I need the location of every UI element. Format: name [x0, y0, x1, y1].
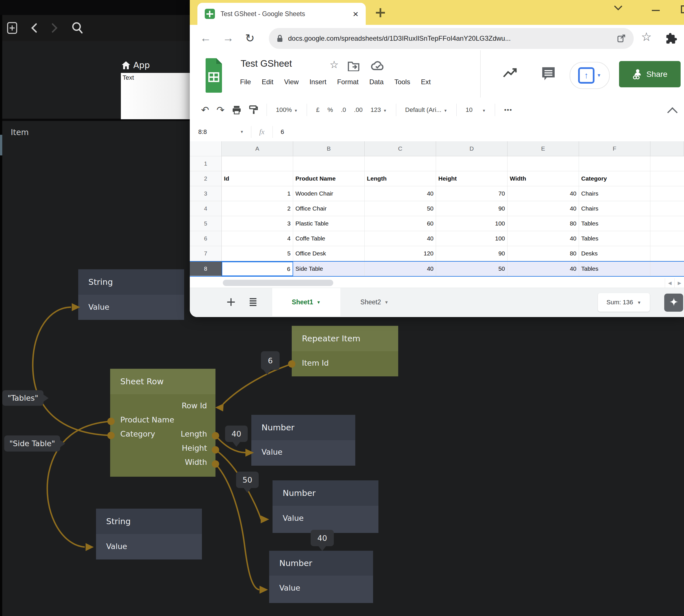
- app-root-item[interactable]: App: [121, 60, 150, 70]
- cell[interactable]: Chairs: [579, 186, 651, 201]
- comment-icon[interactable]: [541, 66, 556, 81]
- node-number-3[interactable]: Number Value: [269, 551, 373, 603]
- cell[interactable]: 40: [365, 231, 436, 246]
- share-page-icon[interactable]: [617, 34, 626, 43]
- row-header[interactable]: 8: [190, 262, 222, 276]
- cell[interactable]: Tables: [579, 231, 651, 246]
- port-label-value[interactable]: Value: [279, 584, 300, 592]
- trending-chart-icon[interactable]: [503, 67, 517, 79]
- node-number-1[interactable]: Number Value: [251, 415, 355, 466]
- increase-decimals-button[interactable]: .00: [354, 106, 363, 114]
- port-label-row-id[interactable]: Row Id: [182, 401, 207, 410]
- menu-edit[interactable]: Edit: [262, 78, 273, 86]
- cell[interactable]: 100: [436, 216, 507, 231]
- menu-format[interactable]: Format: [337, 78, 359, 86]
- explore-button[interactable]: [664, 293, 683, 312]
- cell[interactable]: Height: [436, 171, 507, 186]
- cell[interactable]: 3: [222, 216, 293, 231]
- cell[interactable]: 50: [365, 201, 436, 216]
- menu-extensions[interactable]: Ext: [421, 78, 431, 86]
- menu-tools[interactable]: Tools: [394, 78, 410, 86]
- sheet1-menu-icon[interactable]: ▼: [317, 300, 321, 305]
- present-button[interactable]: ↑ ▼: [570, 62, 610, 89]
- cell[interactable]: 70: [436, 186, 507, 201]
- tab-sheet1[interactable]: Sheet1▼: [272, 288, 340, 316]
- port-label-product-name[interactable]: Product Name: [120, 415, 174, 424]
- cell[interactable]: Chairs: [579, 201, 651, 216]
- cell[interactable]: 60: [365, 216, 436, 231]
- cell[interactable]: Tables: [579, 262, 651, 276]
- cell[interactable]: [365, 156, 436, 171]
- port-label-length[interactable]: Length: [181, 430, 207, 438]
- window-minimize-icon[interactable]: [651, 3, 661, 18]
- window-collapse-icon[interactable]: [612, 1, 624, 15]
- row-header[interactable]: 5: [190, 216, 222, 231]
- undo-icon[interactable]: ↶: [201, 104, 209, 115]
- cloud-status-icon[interactable]: [370, 60, 385, 71]
- share-button[interactable]: Share: [619, 61, 681, 87]
- node-sheet-row[interactable]: Sheet Row Row Id Product Name Category L…: [110, 369, 215, 477]
- cell[interactable]: [651, 201, 684, 216]
- col-header-B[interactable]: B: [293, 141, 365, 156]
- cell[interactable]: [293, 156, 365, 171]
- cell[interactable]: Product Name: [293, 171, 365, 186]
- node-repeater-item[interactable]: Repeater Item Item Id: [292, 326, 398, 376]
- cell[interactable]: Side Table: [293, 262, 365, 276]
- cell[interactable]: Office Chair: [293, 201, 365, 216]
- paint-format-icon[interactable]: [249, 105, 258, 115]
- menu-data[interactable]: Data: [369, 78, 384, 86]
- cell[interactable]: Width: [507, 171, 579, 186]
- cell[interactable]: 1: [222, 186, 293, 201]
- col-header-D[interactable]: D: [436, 141, 507, 156]
- new-node-icon[interactable]: [7, 22, 18, 34]
- document-title[interactable]: Test GSheet: [241, 58, 292, 69]
- cell[interactable]: 40: [507, 186, 579, 201]
- collapse-toolbar-icon[interactable]: [667, 107, 678, 118]
- cell[interactable]: 40: [365, 262, 436, 276]
- scroll-left-icon[interactable]: ◀: [665, 278, 675, 288]
- port-label-category[interactable]: Category: [120, 430, 155, 438]
- port-label-value[interactable]: Value: [106, 542, 127, 551]
- port-label-height[interactable]: Height: [182, 444, 207, 453]
- col-header-partial[interactable]: [651, 141, 684, 156]
- all-sheets-icon[interactable]: [248, 297, 258, 307]
- cell[interactable]: 4: [222, 231, 293, 246]
- cell[interactable]: 50: [436, 262, 507, 276]
- text-widget-preview[interactable]: Text: [121, 73, 190, 119]
- cell[interactable]: 40: [507, 201, 579, 216]
- cell[interactable]: [507, 156, 579, 171]
- add-sheet-icon[interactable]: [226, 297, 236, 307]
- cell[interactable]: [651, 262, 684, 276]
- cell[interactable]: 90: [436, 201, 507, 216]
- port-label-value[interactable]: Value: [88, 303, 109, 311]
- item-label[interactable]: Item: [11, 128, 29, 137]
- url-bar[interactable]: docs.google.com/spreadsheets/d/1D3IRuxIl…: [269, 28, 634, 49]
- cell[interactable]: [651, 216, 684, 231]
- cell[interactable]: 40: [507, 262, 579, 276]
- name-box[interactable]: 8:8: [198, 128, 238, 136]
- format-currency-button[interactable]: £: [316, 106, 319, 114]
- port-label-value[interactable]: Value: [283, 514, 303, 523]
- present-dropdown-icon[interactable]: ▼: [597, 73, 601, 78]
- menu-view[interactable]: View: [284, 78, 299, 86]
- cell[interactable]: [222, 156, 293, 171]
- active-cell[interactable]: 6: [222, 262, 293, 276]
- bookmark-star-icon[interactable]: ☆: [641, 30, 652, 44]
- cell[interactable]: 80: [507, 246, 579, 261]
- font-size-select[interactable]: 10▼: [466, 106, 486, 114]
- cell[interactable]: Office Desk: [293, 246, 365, 261]
- cell[interactable]: 40: [507, 231, 579, 246]
- cell[interactable]: 80: [507, 216, 579, 231]
- cell[interactable]: Id: [222, 171, 293, 186]
- col-header-C[interactable]: C: [365, 141, 436, 156]
- cell[interactable]: [651, 156, 684, 171]
- more-tools-button[interactable]: •••: [504, 106, 512, 114]
- cell[interactable]: [651, 246, 684, 261]
- decrease-decimals-button[interactable]: .0: [341, 106, 346, 114]
- col-header-F[interactable]: F: [579, 141, 651, 156]
- cell[interactable]: Length: [365, 171, 436, 186]
- hscrollbar-thumb[interactable]: [223, 280, 333, 286]
- col-header-E[interactable]: E: [507, 141, 579, 156]
- port-label-value[interactable]: Value: [261, 447, 282, 456]
- menu-file[interactable]: File: [240, 78, 251, 86]
